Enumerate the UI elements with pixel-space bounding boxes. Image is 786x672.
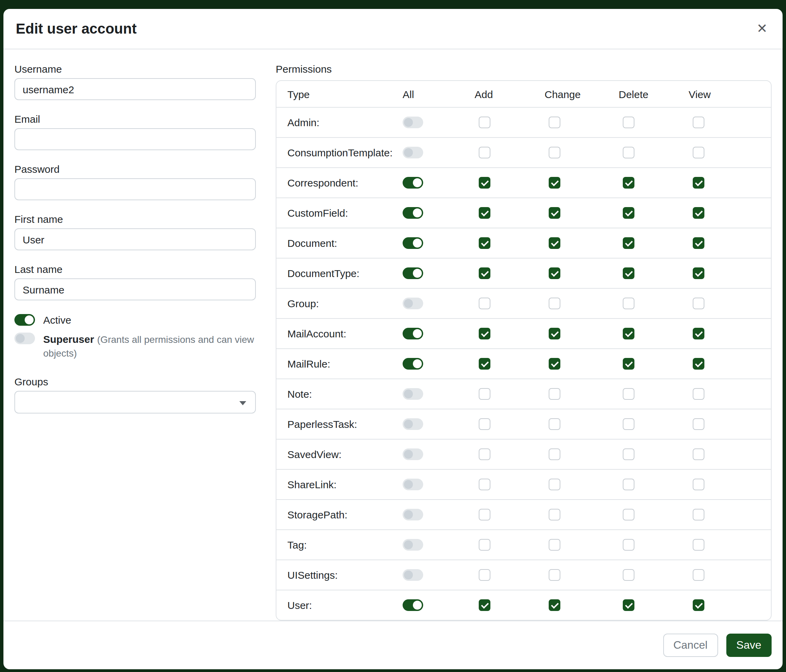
permission-view-checkbox[interactable] bbox=[693, 116, 704, 128]
permission-change-checkbox[interactable] bbox=[549, 298, 560, 309]
permission-delete-checkbox[interactable] bbox=[623, 177, 634, 188]
permission-view-checkbox[interactable] bbox=[693, 207, 704, 219]
permission-view-checkbox[interactable] bbox=[693, 599, 704, 611]
permission-add-checkbox[interactable] bbox=[479, 388, 490, 400]
permission-change-checkbox[interactable] bbox=[549, 358, 560, 370]
permission-add-checkbox[interactable] bbox=[479, 237, 490, 249]
permission-delete-checkbox[interactable] bbox=[623, 116, 634, 128]
email-input[interactable] bbox=[14, 128, 256, 150]
permission-delete-checkbox[interactable] bbox=[623, 298, 634, 309]
password-input[interactable] bbox=[14, 178, 256, 200]
first-name-input[interactable] bbox=[14, 228, 256, 250]
permission-delete-checkbox[interactable] bbox=[623, 539, 634, 551]
permission-view-checkbox[interactable] bbox=[693, 388, 704, 400]
permission-view-checkbox[interactable] bbox=[693, 539, 704, 551]
permission-add-checkbox[interactable] bbox=[479, 207, 490, 219]
permission-add-checkbox[interactable] bbox=[479, 116, 490, 128]
permission-add-checkbox[interactable] bbox=[479, 539, 490, 551]
permission-delete-checkbox[interactable] bbox=[623, 328, 634, 339]
permission-all-toggle[interactable] bbox=[402, 418, 423, 430]
permission-view-checkbox[interactable] bbox=[693, 418, 704, 430]
groups-label: Groups bbox=[14, 375, 256, 389]
permission-delete-checkbox[interactable] bbox=[623, 479, 634, 490]
permission-view-checkbox[interactable] bbox=[693, 328, 704, 339]
permission-all-toggle[interactable] bbox=[402, 509, 423, 520]
permission-view-checkbox[interactable] bbox=[693, 479, 704, 490]
permission-all-toggle[interactable] bbox=[402, 116, 423, 128]
permission-all-toggle[interactable] bbox=[402, 328, 423, 339]
permission-delete-checkbox[interactable] bbox=[623, 388, 634, 400]
permission-change-checkbox[interactable] bbox=[549, 207, 560, 219]
permission-add-checkbox[interactable] bbox=[479, 479, 490, 490]
permission-all-toggle[interactable] bbox=[402, 298, 423, 309]
permission-change-checkbox[interactable] bbox=[549, 599, 560, 611]
permission-add-checkbox[interactable] bbox=[479, 147, 490, 159]
email-label: Email bbox=[14, 113, 256, 126]
permission-all-toggle[interactable] bbox=[402, 569, 423, 581]
permission-all-toggle[interactable] bbox=[402, 599, 423, 611]
close-button[interactable]: ✕ bbox=[754, 20, 770, 37]
permission-delete-checkbox[interactable] bbox=[623, 569, 634, 581]
permission-all-toggle[interactable] bbox=[402, 388, 423, 400]
permission-change-checkbox[interactable] bbox=[549, 539, 560, 551]
active-toggle[interactable] bbox=[14, 314, 35, 326]
permission-change-checkbox[interactable] bbox=[549, 418, 560, 430]
permission-delete-checkbox[interactable] bbox=[623, 449, 634, 460]
permission-add-checkbox[interactable] bbox=[479, 509, 490, 520]
permission-add-checkbox[interactable] bbox=[479, 569, 490, 581]
permission-add-checkbox[interactable] bbox=[479, 599, 490, 611]
permission-add-checkbox[interactable] bbox=[479, 177, 490, 188]
permission-change-checkbox[interactable] bbox=[549, 449, 560, 460]
permission-all-toggle[interactable] bbox=[402, 267, 423, 279]
permission-view-checkbox[interactable] bbox=[693, 569, 704, 581]
permission-change-checkbox[interactable] bbox=[549, 569, 560, 581]
permission-view-checkbox[interactable] bbox=[693, 237, 704, 249]
permission-add-checkbox[interactable] bbox=[479, 328, 490, 339]
permission-delete-checkbox[interactable] bbox=[623, 358, 634, 370]
permission-view-checkbox[interactable] bbox=[693, 177, 704, 188]
permission-add-checkbox[interactable] bbox=[479, 358, 490, 370]
permission-add-checkbox[interactable] bbox=[479, 298, 490, 309]
last-name-input[interactable] bbox=[14, 278, 256, 300]
save-button[interactable]: Save bbox=[726, 634, 772, 657]
permission-all-toggle[interactable] bbox=[402, 449, 423, 460]
permission-change-checkbox[interactable] bbox=[549, 509, 560, 520]
permission-add-checkbox[interactable] bbox=[479, 418, 490, 430]
permission-change-checkbox[interactable] bbox=[549, 328, 560, 339]
permission-change-checkbox[interactable] bbox=[549, 237, 560, 249]
permission-delete-checkbox[interactable] bbox=[623, 237, 634, 249]
permission-add-checkbox[interactable] bbox=[479, 267, 490, 279]
permission-change-checkbox[interactable] bbox=[549, 147, 560, 159]
superuser-toggle[interactable] bbox=[14, 333, 35, 344]
cancel-button[interactable]: Cancel bbox=[663, 634, 718, 657]
permission-all-toggle[interactable] bbox=[402, 479, 423, 490]
permission-change-checkbox[interactable] bbox=[549, 479, 560, 490]
permission-delete-checkbox[interactable] bbox=[623, 147, 634, 159]
permission-delete-checkbox[interactable] bbox=[623, 509, 634, 520]
permission-view-checkbox[interactable] bbox=[693, 267, 704, 279]
permission-row: DocumentType: bbox=[277, 258, 771, 288]
permission-view-checkbox[interactable] bbox=[693, 147, 704, 159]
permission-delete-checkbox[interactable] bbox=[623, 207, 634, 219]
permission-view-checkbox[interactable] bbox=[693, 298, 704, 309]
permission-change-checkbox[interactable] bbox=[549, 116, 560, 128]
permission-all-toggle[interactable] bbox=[402, 237, 423, 249]
permission-add-checkbox[interactable] bbox=[479, 449, 490, 460]
permission-all-toggle[interactable] bbox=[402, 539, 423, 551]
permission-change-checkbox[interactable] bbox=[549, 267, 560, 279]
permission-delete-checkbox[interactable] bbox=[623, 599, 634, 611]
permission-delete-checkbox[interactable] bbox=[623, 418, 634, 430]
permission-view-checkbox[interactable] bbox=[693, 449, 704, 460]
permission-delete-checkbox[interactable] bbox=[623, 267, 634, 279]
username-input[interactable] bbox=[14, 78, 256, 100]
permission-row: PaperlessTask: bbox=[277, 409, 771, 439]
permission-all-toggle[interactable] bbox=[402, 177, 423, 188]
groups-select[interactable] bbox=[14, 391, 256, 413]
permission-view-checkbox[interactable] bbox=[693, 509, 704, 520]
permission-all-toggle[interactable] bbox=[402, 147, 423, 159]
permission-change-checkbox[interactable] bbox=[549, 177, 560, 188]
permission-all-toggle[interactable] bbox=[402, 207, 423, 219]
permission-all-toggle[interactable] bbox=[402, 358, 423, 370]
permission-change-checkbox[interactable] bbox=[549, 388, 560, 400]
permission-view-checkbox[interactable] bbox=[693, 358, 704, 370]
